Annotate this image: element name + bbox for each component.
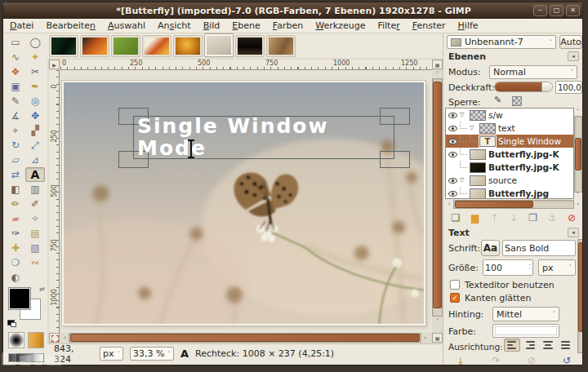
hscroll-thumb[interactable] (70, 334, 420, 342)
minimize-button[interactable]: ‒ (533, 5, 547, 16)
visibility-eye-icon[interactable] (448, 139, 457, 144)
reset-options-button[interactable]: ↺ (558, 353, 576, 365)
bucket-fill-tool[interactable]: ◧ (6, 182, 25, 197)
textbox-handle-bottom-right[interactable] (380, 151, 410, 168)
layer-row[interactable]: TSingle Window (446, 135, 573, 148)
expander-triangle-icon[interactable]: ▽ (470, 125, 477, 131)
spinner-arrows-icon[interactable]: ˄˅ (581, 84, 583, 91)
swap-colors-icon[interactable]: ⇄ (39, 286, 45, 293)
menu-werkzeuge[interactable]: Werkzeuge (315, 20, 365, 31)
opacity-spinbox[interactable]: 100,0˄˅ (555, 81, 582, 94)
scroll-down-arrow[interactable]: ˅ (432, 318, 443, 325)
align-justify-button[interactable] (558, 339, 574, 352)
image-tab-5[interactable] (173, 35, 203, 57)
layer-row[interactable]: ▽s/w (446, 108, 573, 122)
text-tool[interactable]: A (25, 167, 45, 182)
rotate-tool[interactable]: ↻ (6, 138, 25, 153)
panel-menu-button[interactable]: ◂ (568, 228, 579, 237)
layer-mode-dropdown[interactable]: Normal˅ (489, 65, 577, 79)
align-tool[interactable]: ⌖ (6, 123, 25, 138)
scroll-left-arrow[interactable]: ‹ (445, 201, 453, 207)
scroll-up-arrow[interactable]: ˄ (573, 108, 582, 115)
eraser-tool[interactable]: ▰ (6, 211, 25, 226)
crop-tool[interactable]: ▞ (25, 123, 45, 138)
fuzzy-select-tool[interactable]: ✦ (25, 50, 45, 64)
paintbrush-tool[interactable]: ✐ (25, 197, 45, 211)
expander-triangle-icon[interactable]: ▽ (460, 177, 467, 184)
butterfly-image[interactable]: Single WindowMode (62, 81, 425, 326)
ellipse-select-tool[interactable]: ◯ (25, 35, 45, 50)
menu-fenster[interactable]: Fenster (412, 20, 446, 31)
visibility-eye-icon[interactable] (448, 113, 457, 118)
measure-tool[interactable]: ∡ (6, 108, 25, 123)
rectangle-select-tool[interactable]: ▭ (6, 35, 25, 50)
image-tab-4[interactable] (142, 35, 172, 57)
lock-pixels-icon[interactable]: ✎ (494, 95, 501, 105)
shear-tool[interactable]: ▱ (6, 153, 25, 167)
active-gradient-preview[interactable] (8, 353, 44, 362)
opacity-slider[interactable] (494, 82, 553, 92)
image-tab-2[interactable] (80, 35, 109, 57)
perspective-clone-tool[interactable]: ▨ (25, 241, 45, 255)
flip-tool[interactable]: ⇄ (6, 167, 25, 182)
foreground-select-tool[interactable]: ▣ (6, 79, 25, 94)
opacity-slider-knob[interactable] (541, 82, 552, 91)
active-pattern-preview[interactable] (28, 332, 44, 348)
auto-button[interactable]: Auto (559, 35, 582, 49)
panel-menu-button[interactable]: ◂ (568, 51, 579, 61)
canvas-vertical-scrollbar[interactable]: ▦ ˄ ˅ (432, 60, 443, 333)
perspective-tool[interactable]: ⊿ (25, 153, 45, 167)
layer-row[interactable]: Butterfly.jpg (446, 187, 573, 199)
align-center-button[interactable] (540, 339, 556, 352)
zoom-follow-window-toggle[interactable]: ▦ (432, 60, 443, 69)
font-name-input[interactable]: Sans Bold (502, 240, 576, 256)
menu-hilfe[interactable]: Hilfe (458, 20, 479, 31)
scissors-select-tool[interactable]: ✂ (25, 64, 45, 79)
foreground-color-swatch[interactable] (9, 288, 30, 309)
move-tool[interactable]: ✥ (25, 108, 45, 123)
use-editor-checkbox[interactable] (450, 280, 460, 290)
dodge-burn-tool[interactable]: ◐ (6, 270, 25, 285)
smudge-tool[interactable]: ∾ (25, 255, 45, 270)
default-colors-icon[interactable] (7, 320, 15, 326)
duplicate-layer-button[interactable]: ❐ (524, 210, 542, 224)
scroll-right-arrow[interactable]: › (574, 201, 582, 207)
blend-tool[interactable]: ▥ (25, 182, 45, 197)
size-unit-dropdown[interactable]: px˅ (538, 259, 576, 276)
menu-auswahl[interactable]: Auswahl (108, 20, 145, 31)
canvas-horizontal-scrollbar[interactable]: ‹ › ▦ (47, 333, 443, 343)
font-picker-button[interactable]: Aa (481, 240, 500, 256)
layer-row[interactable]: Butterfly.jpg-K (446, 161, 573, 174)
image-viewport[interactable]: Single WindowMode (60, 70, 432, 333)
align-left-button[interactable] (504, 339, 520, 352)
new-group-button[interactable]: ▆ (466, 210, 484, 224)
scroll-down-arrow[interactable]: ˅ (573, 192, 582, 198)
airbrush-tool[interactable]: ✧ (25, 211, 45, 226)
zoom-tool[interactable]: ◎ (25, 94, 45, 108)
new-layer-button[interactable]: ❏ (447, 210, 465, 224)
lock-alpha-icon[interactable] (512, 96, 522, 106)
select-by-color-tool[interactable]: ❖ (6, 64, 25, 79)
visibility-empty[interactable] (448, 165, 457, 170)
layer-row[interactable]: ▽source (446, 174, 573, 187)
visibility-eye-icon[interactable] (448, 178, 457, 184)
quickmask-toggle[interactable] (49, 333, 60, 343)
active-brush-preview[interactable] (8, 332, 24, 348)
menu-farben[interactable]: Farben (273, 20, 303, 31)
scroll-right-arrow[interactable]: › (420, 334, 430, 341)
color-picker-tool[interactable]: ✎ (6, 94, 25, 108)
visibility-eye-icon[interactable] (448, 126, 457, 131)
image-tab-7[interactable] (235, 35, 265, 57)
font-size-spinbox[interactable]: 100˄˅ (483, 259, 533, 276)
pencil-tool[interactable]: ✏ (6, 197, 25, 211)
spinner-arrows-icon[interactable]: ˄˅ (529, 264, 532, 271)
text-color-button[interactable] (492, 324, 559, 338)
layer-row[interactable]: Butterfly.jpg-K (446, 148, 573, 161)
save-options-button[interactable]: ⤓ (452, 353, 470, 365)
textbox-handle-top-right[interactable] (380, 108, 410, 125)
unit-select[interactable]: px˅ (100, 347, 123, 361)
menu-ansicht[interactable]: Ansicht (158, 20, 191, 31)
blur-sharpen-tool[interactable]: ❍ (6, 255, 25, 270)
layer-row[interactable]: ▽text (446, 122, 573, 135)
close-button[interactable]: ✕ (566, 5, 580, 16)
